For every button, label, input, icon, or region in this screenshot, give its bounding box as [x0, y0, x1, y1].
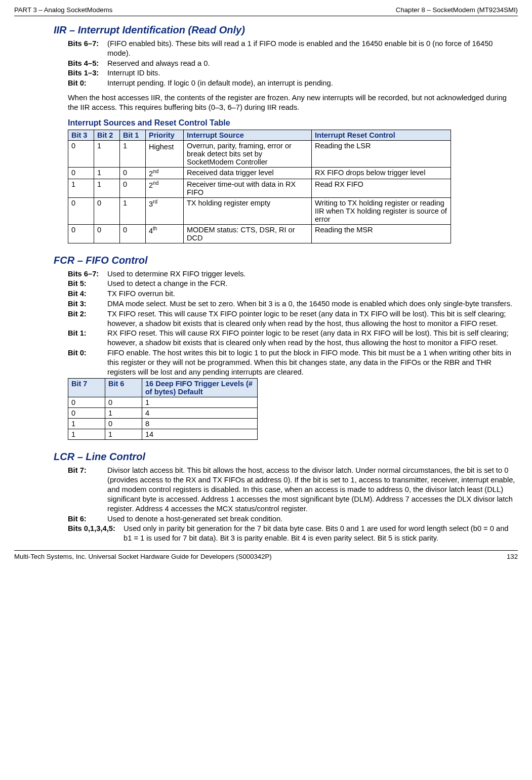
td: Received data trigger level	[184, 167, 312, 179]
section-lcr: LCR – Line Control Bit 7:Divisor latch a…	[54, 451, 518, 543]
td: 0	[68, 408, 105, 419]
interrupt-table: Bit 3 Bit 2 Bit 1 Priority Interrupt Sou…	[68, 130, 451, 243]
lcr-title: LCR – Line Control	[54, 451, 518, 463]
td: 1	[105, 408, 142, 419]
lcr-bit-row: Bits 0,1,3,4,5:Used only in parity bit g…	[68, 524, 518, 543]
td: 0	[94, 224, 120, 243]
td: 2nd	[146, 167, 184, 179]
th: Priority	[146, 130, 184, 140]
td: 4th	[146, 224, 184, 243]
fifo-trigger-table: Bit 7 Bit 6 16 Deep FIFO Trigger Levels …	[68, 378, 258, 440]
bit-label: Bits 0,1,3,4,5:	[68, 524, 124, 543]
bit-label: Bits 4–5:	[68, 59, 107, 68]
fcr-title: FCR – FIFO Control	[54, 255, 518, 266]
table-row: 001	[68, 397, 258, 408]
footer-right: 132	[507, 553, 518, 560]
td: 0	[120, 224, 146, 243]
page-footer: Multi-Tech Systems, Inc. Universal Socke…	[14, 553, 518, 560]
th: Bit 7	[68, 379, 105, 397]
iir-bit-row: Bits 4–5: Reserved and always read a 0.	[68, 59, 518, 68]
fcr-bit-row: Bit 4:TX FIFO overrun bit.	[68, 289, 518, 299]
td: 1	[94, 167, 120, 179]
table-row: 1 1 0 2nd Receiver time-out with data in…	[68, 179, 451, 197]
bit-text: Used to denote a host-generated set brea…	[107, 514, 518, 524]
lcr-bit-row: Bit 7:Divisor latch access bit. This bit…	[68, 466, 518, 513]
td: 1	[142, 397, 258, 408]
fcr-bit-row: Bits 6–7:Used to determine RX FIFO trigg…	[68, 269, 518, 279]
th: Interrupt Reset Control	[312, 130, 451, 140]
fcr-bit-row: Bit 0:FIFO enable. The host writes this …	[68, 348, 518, 377]
th: Bit 3	[68, 130, 94, 140]
fcr-bit-row: Bit 2:TX FIFO reset. This will cause TX …	[68, 309, 518, 329]
lcr-bit-row: Bit 6:Used to denote a host-generated se…	[68, 514, 518, 524]
td: 1	[120, 197, 146, 224]
td: Reading the MSR	[312, 224, 451, 243]
td: 1	[94, 140, 120, 167]
bit-label: Bit 4:	[68, 289, 107, 299]
page-header: PART 3 – Analog SocketModems Chapter 8 –…	[14, 6, 518, 14]
td: 1	[68, 179, 94, 197]
th: Bit 6	[105, 379, 142, 397]
table-header-row: Bit 3 Bit 2 Bit 1 Priority Interrupt Sou…	[68, 130, 451, 140]
table-row: 0 0 0 4th MODEM status: CTS, DSR, RI or …	[68, 224, 451, 243]
table-header-row: Bit 7 Bit 6 16 Deep FIFO Trigger Levels …	[68, 379, 258, 397]
table-row: 108	[68, 419, 258, 429]
th: Bit 1	[120, 130, 146, 140]
header-right: Chapter 8 – SocketModem (MT9234SMI)	[396, 6, 518, 14]
td: 1	[105, 429, 142, 440]
td: Reading the LSR	[312, 140, 451, 167]
footer-rule	[14, 550, 518, 551]
td: 0	[105, 397, 142, 408]
td: 0	[68, 140, 94, 167]
td: 4	[142, 408, 258, 419]
th: 16 Deep FIFO Trigger Levels (# of bytes)…	[142, 379, 258, 397]
iir-bit-row: Bit 0: Interrupt pending. If logic 0 (in…	[68, 78, 518, 88]
td: Read RX FIFO	[312, 179, 451, 197]
th: Bit 2	[94, 130, 120, 140]
td: 2nd	[146, 179, 184, 197]
bit-text: Interrupt ID bits.	[107, 68, 518, 78]
th: Interrupt Source	[184, 130, 312, 140]
bit-text: TX FIFO overrun bit.	[107, 289, 518, 299]
table-row: 1114	[68, 429, 258, 440]
td: TX holding register empty	[184, 197, 312, 224]
bit-text: Used to detect a change in the FCR.	[107, 279, 518, 289]
td: 0	[68, 197, 94, 224]
section-fcr: FCR – FIFO Control Bits 6–7:Used to dete…	[54, 255, 518, 440]
td: RX FIFO drops below trigger level	[312, 167, 451, 179]
table-row: 0 1 0 2nd Received data trigger level RX…	[68, 167, 451, 179]
iir-paragraph: When the host accesses IIR, the contents…	[68, 93, 518, 112]
fcr-bit-row: Bit 3:DMA mode select. Must be set to ze…	[68, 299, 518, 309]
table-row: 014	[68, 408, 258, 419]
td: 0	[68, 167, 94, 179]
bit-label: Bit 0:	[68, 348, 107, 377]
td: Receiver time-out with data in RX FIFO	[184, 179, 312, 197]
bit-text: Reserved and always read a 0.	[107, 59, 518, 68]
header-left: PART 3 – Analog SocketModems	[14, 6, 112, 14]
bit-label: Bit 7:	[68, 466, 107, 513]
iir-title: IIR – Interrupt Identification (Read Onl…	[54, 24, 518, 36]
iir-bit-row: Bits 6–7: (FIFO enabled bits). These bit…	[68, 39, 518, 58]
iir-table-title: Interrupt Sources and Reset Control Tabl…	[68, 118, 518, 128]
td: 0	[120, 179, 146, 197]
bit-label: Bit 0:	[68, 78, 107, 88]
td: Writing to TX holding register or readin…	[312, 197, 451, 224]
td: 0	[105, 419, 142, 429]
bit-label: Bit 6:	[68, 514, 107, 524]
td: 0	[68, 397, 105, 408]
bit-label: Bits 1–3:	[68, 68, 107, 78]
bit-label: Bit 2:	[68, 309, 107, 329]
fcr-bit-row: Bit 5:Used to detect a change in the FCR…	[68, 279, 518, 289]
td: 0	[68, 224, 94, 243]
bit-text: Interrupt pending. If logic 0 (in defaul…	[107, 78, 518, 88]
td: 1	[94, 179, 120, 197]
td: 8	[142, 419, 258, 429]
bit-label: Bits 6–7:	[68, 39, 107, 58]
td: 3rd	[146, 197, 184, 224]
header-rule	[14, 16, 518, 16]
bit-label: Bit 3:	[68, 299, 107, 309]
bit-label: Bit 1:	[68, 329, 107, 348]
footer-left: Multi-Tech Systems, Inc. Universal Socke…	[14, 553, 272, 560]
bit-label: Bits 6–7:	[68, 269, 107, 279]
fcr-bit-row: Bit 1:RX FIFO reset. This will cause RX …	[68, 329, 518, 348]
